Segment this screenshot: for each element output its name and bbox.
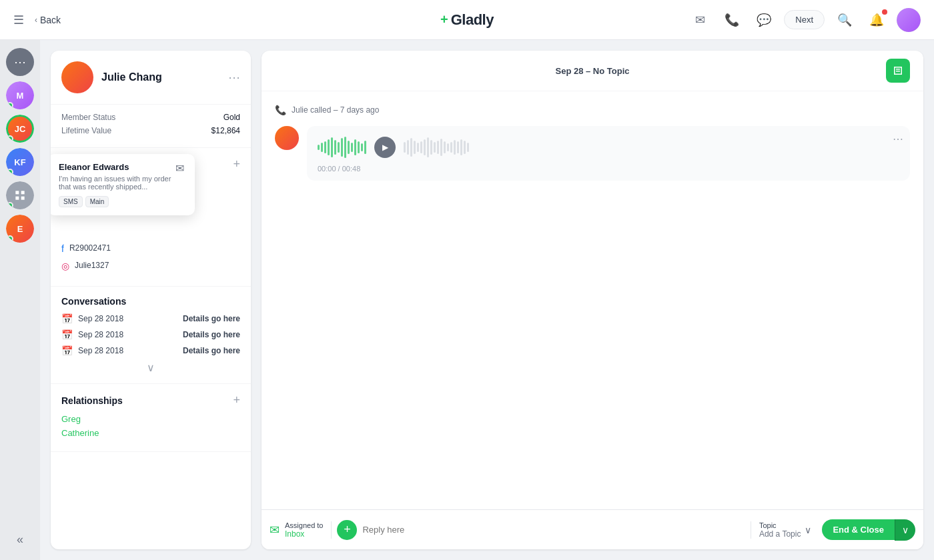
conversation-item-1[interactable]: 📅 Sep 28 2018 Details go here bbox=[61, 313, 240, 324]
instagram-icon: ◎ bbox=[61, 261, 69, 271]
logo-text: Gladly bbox=[451, 11, 494, 29]
end-close-main-button[interactable]: End & Close bbox=[822, 519, 895, 540]
customer-header: Julie Chang ⋯ bbox=[51, 51, 251, 105]
relationship-catherine[interactable]: Catherine bbox=[61, 428, 240, 438]
conv-date-1: Sep 28 2018 bbox=[78, 314, 177, 323]
assigned-inbox-value[interactable]: Inbox bbox=[285, 529, 323, 539]
sidebar-more-icon[interactable]: ⋯ bbox=[6, 48, 34, 76]
conversation-item-2[interactable]: 📅 Sep 28 2018 Details go here bbox=[61, 329, 240, 340]
assigned-to-label: Assigned to bbox=[285, 521, 323, 529]
nav-logo: + Gladly bbox=[440, 11, 494, 29]
svg-rect-2 bbox=[15, 197, 19, 200]
conversations-section-header: Conversations bbox=[61, 296, 240, 307]
conversation-item-3[interactable]: 📅 Sep 28 2018 Details go here bbox=[61, 345, 240, 356]
reply-bar: ✉ Assigned to Inbox + Topic bbox=[262, 509, 923, 549]
sidebar-status-dot-5 bbox=[7, 235, 13, 242]
nav-left: ☰ ‹ Back bbox=[13, 13, 61, 27]
customer-avatar bbox=[61, 61, 93, 93]
audio-player: ▶ bbox=[318, 134, 899, 161]
audio-message-content: ⋯ ▶ 00:00 / 00:48 bbox=[307, 126, 910, 181]
popover-email-icon[interactable]: ✉ bbox=[175, 162, 184, 175]
customer-name: Julie Chang bbox=[101, 71, 220, 83]
user-avatar-image bbox=[897, 8, 921, 32]
chat-nav-icon[interactable]: 💬 bbox=[752, 8, 776, 32]
facebook-icon: f bbox=[61, 243, 64, 254]
waveform-right bbox=[404, 134, 469, 161]
conversation-title: Sep 28 – No Topic bbox=[486, 66, 698, 76]
customer-details: Member Status Gold Lifetime Value $12,86… bbox=[51, 105, 251, 148]
popover-header: Eleanor Edwards ✉ bbox=[59, 162, 184, 175]
back-button[interactable]: ‹ Back bbox=[35, 15, 61, 25]
conv-date-3: Sep 28 2018 bbox=[78, 346, 177, 355]
relationships-add-button[interactable]: + bbox=[233, 393, 240, 407]
sidebar-status-dot-2 bbox=[7, 135, 13, 142]
next-button[interactable]: Next bbox=[784, 10, 825, 29]
agent-sidebar: ⋯ M JC KF bbox=[0, 40, 40, 560]
end-close-chevron-button[interactable]: ∨ bbox=[895, 519, 915, 541]
conv-calendar-icon-2: 📅 bbox=[61, 329, 73, 340]
sidebar-status-dot-3 bbox=[7, 169, 13, 175]
email-nav-icon[interactable]: ✉ bbox=[688, 8, 712, 32]
conv-date-2: Sep 28 2018 bbox=[78, 330, 177, 339]
reply-input[interactable] bbox=[362, 525, 745, 535]
assigned-text-group: Assigned to Inbox bbox=[285, 521, 323, 539]
call-notice: 📞 Julie called – 7 days ago bbox=[275, 105, 910, 115]
relationships-section-header: Relationships + bbox=[61, 393, 240, 407]
customer-more-icon[interactable]: ⋯ bbox=[228, 70, 240, 85]
topic-area: Topic Add a Topic ∨ bbox=[751, 521, 812, 539]
call-notice-icon: 📞 bbox=[275, 105, 286, 115]
conversation-panel: Sep 28 – No Topic 📞 Julie called – 7 day… bbox=[262, 51, 923, 549]
sidebar-avatar-2[interactable]: JC bbox=[6, 115, 34, 143]
sidebar-collapse-icon[interactable]: « bbox=[11, 527, 29, 552]
audio-separator: / bbox=[338, 165, 340, 173]
popover-badges: SMS Main bbox=[59, 196, 184, 207]
add-reply-button[interactable]: + bbox=[337, 520, 357, 540]
member-status-label: Member Status bbox=[61, 113, 115, 122]
search-nav-icon[interactable]: 🔍 bbox=[833, 8, 857, 32]
conversations-section: Conversations 📅 Sep 28 2018 Details go h… bbox=[51, 287, 251, 384]
relationship-greg[interactable]: Greg bbox=[61, 414, 240, 424]
sidebar-avatar-4[interactable] bbox=[6, 181, 34, 209]
call-notice-text: Julie called – 7 days ago bbox=[292, 105, 379, 115]
sidebar-status-dot-1 bbox=[7, 102, 13, 109]
topic-label: Topic bbox=[759, 521, 801, 529]
topic-chevron-icon[interactable]: ∨ bbox=[805, 525, 811, 535]
phone-nav-icon[interactable]: 📞 bbox=[720, 8, 744, 32]
svg-rect-0 bbox=[15, 191, 19, 194]
topic-text-group: Topic Add a Topic bbox=[759, 521, 801, 539]
book-icon-button[interactable] bbox=[886, 59, 910, 83]
conv-calendar-icon-1: 📅 bbox=[61, 313, 73, 324]
sidebar-avatar-3[interactable]: KF bbox=[6, 148, 34, 176]
lifetime-value-label: Lifetime Value bbox=[61, 126, 111, 135]
sidebar-avatar-5[interactable]: E bbox=[6, 215, 34, 243]
notification-dot bbox=[882, 9, 887, 15]
hamburger-icon[interactable]: ☰ bbox=[13, 13, 24, 27]
conversation-panel-header: Sep 28 – No Topic bbox=[262, 51, 923, 91]
user-avatar-nav[interactable] bbox=[897, 8, 921, 32]
notification-wrapper: 🔔 bbox=[865, 8, 889, 32]
message-more-icon[interactable]: ⋯ bbox=[893, 133, 903, 145]
customer-panel: Julie Chang ⋯ Member Status Gold Lifetim… bbox=[51, 51, 251, 549]
back-chevron-icon: ‹ bbox=[35, 15, 37, 25]
contact-add-button[interactable]: + bbox=[233, 157, 240, 171]
play-button[interactable]: ▶ bbox=[374, 137, 396, 158]
audio-message-bubble: ⋯ ▶ 00:00 / 00:48 bbox=[275, 126, 910, 181]
back-label: Back bbox=[40, 15, 61, 25]
message-sender-avatar bbox=[275, 126, 299, 150]
sidebar-avatar-1[interactable]: M bbox=[6, 81, 34, 109]
relationships-section-title: Relationships bbox=[61, 395, 123, 406]
content-area: Julie Chang ⋯ Member Status Gold Lifetim… bbox=[40, 40, 934, 560]
nav-right: ✉ 📞 💬 Next 🔍 🔔 bbox=[688, 8, 921, 32]
facebook-item: f R29002471 bbox=[61, 242, 240, 254]
conv-detail-2: Details go here bbox=[183, 330, 240, 339]
conversations-expand-icon[interactable]: ∨ bbox=[61, 361, 240, 374]
svg-rect-3 bbox=[21, 197, 25, 200]
top-nav: ☰ ‹ Back + Gladly ✉ 📞 💬 Next 🔍 🔔 bbox=[0, 0, 934, 40]
add-topic-link[interactable]: Add a Topic bbox=[759, 529, 801, 539]
header-right bbox=[698, 59, 910, 83]
contact-popover: Eleanor Edwards ✉ I'm having an issues w… bbox=[51, 154, 195, 215]
conv-detail-3: Details go here bbox=[183, 346, 240, 355]
lifetime-value-row: Lifetime Value $12,864 bbox=[61, 126, 240, 135]
popover-sms-badge: SMS bbox=[59, 196, 83, 207]
lifetime-value-amount: $12,864 bbox=[211, 126, 240, 135]
